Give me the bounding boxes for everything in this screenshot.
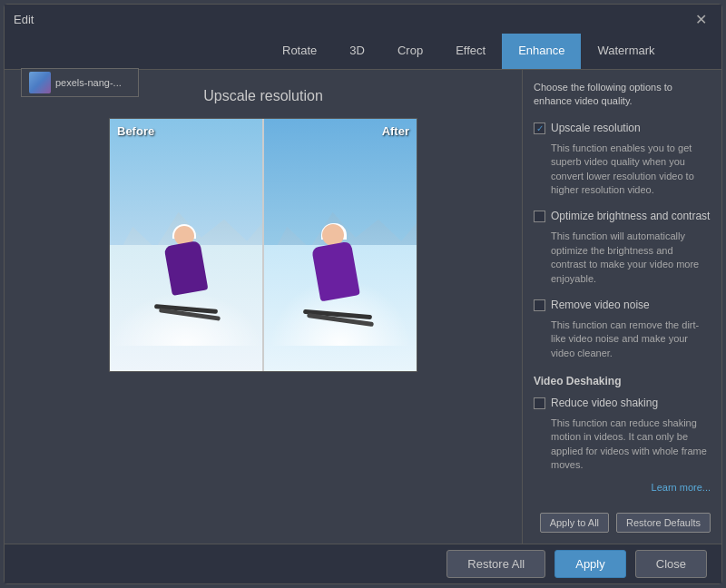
label-brightness: Optimize brightness and contrast: [551, 210, 710, 222]
apply-button[interactable]: Apply: [554, 550, 626, 578]
before-image: [110, 119, 262, 371]
desc-deshaking: This function can reduce shaking motion …: [551, 416, 711, 473]
desc-upscale: This function enables you to get superb …: [551, 142, 711, 198]
panel-description: Choose the following options to enhance …: [534, 81, 711, 109]
option-row-noise: Remove video noise: [534, 299, 711, 311]
title-bar-left: Edit: [14, 13, 34, 26]
checkbox-deshaking[interactable]: [534, 397, 545, 409]
upscale-check: ✓: [536, 122, 544, 134]
apply-to-all-button[interactable]: Apply to All: [540, 513, 609, 533]
label-upscale: Upscale resolution: [551, 122, 641, 134]
restore-defaults-button[interactable]: Restore Defaults: [616, 513, 711, 533]
deshaking-section-title: Video Deshaking: [534, 375, 711, 387]
edit-dialog: Edit ✕ pexels-nang-... Rotate 3D Crop Ef…: [4, 4, 722, 584]
thumbnail-label: pexels-nang-...: [55, 77, 122, 88]
option-row-upscale: ✓ Upscale resolution: [534, 122, 711, 134]
left-panel: Upscale resolution Before: [5, 70, 522, 544]
tab-3d[interactable]: 3D: [333, 34, 381, 69]
footer-bar: Restore All Apply Close: [5, 544, 721, 583]
dialog-title: Edit: [14, 13, 34, 26]
preview-title: Upscale resolution: [203, 88, 323, 104]
tab-enhance[interactable]: Enhance: [502, 34, 581, 69]
tab-watermark[interactable]: Watermark: [581, 34, 671, 69]
checkbox-upscale[interactable]: ✓: [534, 122, 545, 134]
inner-button-row: Apply to All Restore Defaults: [534, 505, 711, 533]
tab-crop[interactable]: Crop: [381, 34, 439, 69]
skier-figure-before: [154, 220, 218, 320]
skier-figure-after: [301, 217, 374, 326]
option-row-brightness: Optimize brightness and contrast: [534, 210, 711, 222]
title-bar: Edit ✕: [5, 5, 721, 34]
desc-noise: This function can remove the dirt-like v…: [551, 318, 711, 360]
tab-list: Rotate 3D Crop Effect Enhance Watermark: [266, 34, 672, 69]
preview-container: Before: [109, 118, 417, 372]
after-image: [264, 119, 417, 371]
option-row-deshaking: Reduce video shaking: [534, 397, 711, 409]
close-window-button[interactable]: ✕: [690, 9, 712, 30]
checkbox-brightness[interactable]: [534, 211, 545, 222]
desc-brightness: This function will automatically optimiz…: [551, 230, 711, 286]
after-label: After: [382, 124, 409, 138]
learn-more-link[interactable]: Learn more...: [534, 482, 711, 493]
thumbnail-area[interactable]: pexels-nang-...: [21, 68, 139, 97]
tab-effect[interactable]: Effect: [439, 34, 502, 69]
tabs-row: pexels-nang-... Rotate 3D Crop Effect En…: [5, 34, 721, 70]
before-label: Before: [117, 124, 154, 138]
label-deshaking: Reduce video shaking: [551, 397, 658, 409]
thumbnail-image: [29, 72, 51, 93]
tab-rotate[interactable]: Rotate: [266, 34, 333, 69]
label-noise: Remove video noise: [551, 299, 650, 311]
checkbox-noise[interactable]: [534, 299, 545, 311]
main-content: Upscale resolution Before: [5, 70, 721, 544]
right-panel: Choose the following options to enhance …: [522, 70, 721, 544]
restore-all-button[interactable]: Restore All: [446, 550, 545, 578]
close-button[interactable]: Close: [635, 550, 707, 578]
preview-after: After: [264, 119, 417, 371]
preview-before: Before: [110, 119, 262, 371]
